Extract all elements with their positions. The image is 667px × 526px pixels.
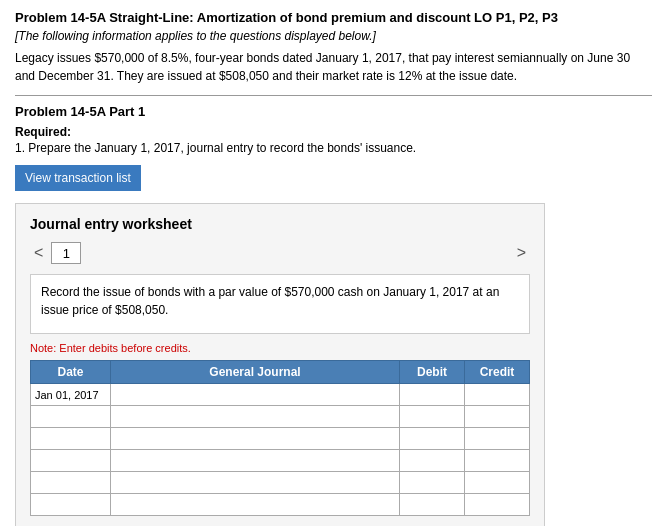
- credit-cell[interactable]: [465, 494, 530, 516]
- debit-cell[interactable]: [400, 384, 465, 406]
- divider: [15, 95, 652, 96]
- journal-cell[interactable]: [111, 450, 400, 472]
- col-debit: Debit: [400, 361, 465, 384]
- table-row: [31, 428, 530, 450]
- debit-cell[interactable]: [400, 450, 465, 472]
- journal-table: Date General Journal Debit Credit Jan 01…: [30, 360, 530, 516]
- date-cell[interactable]: [31, 472, 111, 494]
- nav-left-arrow[interactable]: <: [30, 244, 47, 262]
- view-transaction-button[interactable]: View transaction list: [15, 165, 141, 191]
- col-credit: Credit: [465, 361, 530, 384]
- journal-cell[interactable]: [111, 384, 400, 406]
- part-title: Problem 14-5A Part 1: [15, 104, 652, 119]
- col-general-journal: General Journal: [111, 361, 400, 384]
- date-cell[interactable]: [31, 494, 111, 516]
- description: Legacy issues $570,000 of 8.5%, four-yea…: [15, 49, 652, 85]
- credit-cell[interactable]: [465, 384, 530, 406]
- debit-cell[interactable]: [400, 428, 465, 450]
- table-row: [31, 450, 530, 472]
- journal-entry-worksheet: Journal entry worksheet < 1 > Record the…: [15, 203, 545, 526]
- date-cell[interactable]: [31, 450, 111, 472]
- debit-cell[interactable]: [400, 472, 465, 494]
- nav-right-arrow[interactable]: >: [513, 244, 530, 262]
- date-cell[interactable]: [31, 428, 111, 450]
- col-date: Date: [31, 361, 111, 384]
- journal-cell[interactable]: [111, 428, 400, 450]
- credit-cell[interactable]: [465, 450, 530, 472]
- record-description: Record the issue of bonds with a par val…: [30, 274, 530, 334]
- journal-cell[interactable]: [111, 406, 400, 428]
- debit-cell[interactable]: [400, 494, 465, 516]
- table-row: [31, 472, 530, 494]
- table-row: Jan 01, 2017: [31, 384, 530, 406]
- credit-cell[interactable]: [465, 406, 530, 428]
- debit-cell[interactable]: [400, 406, 465, 428]
- problem-title: Problem 14-5A Straight-Line: Amortizatio…: [15, 10, 652, 25]
- page-number-box: 1: [51, 242, 81, 264]
- date-cell[interactable]: [31, 406, 111, 428]
- nav-row: < 1 >: [30, 242, 530, 264]
- table-row: [31, 494, 530, 516]
- credit-cell[interactable]: [465, 472, 530, 494]
- required-label: Required:: [15, 125, 652, 139]
- italic-note: [The following information applies to th…: [15, 29, 652, 43]
- journal-cell[interactable]: [111, 472, 400, 494]
- journal-cell[interactable]: [111, 494, 400, 516]
- note-text: Note: Enter debits before credits.: [30, 342, 530, 354]
- table-row: [31, 406, 530, 428]
- date-cell[interactable]: Jan 01, 2017: [31, 384, 111, 406]
- credit-cell[interactable]: [465, 428, 530, 450]
- worksheet-title: Journal entry worksheet: [30, 216, 530, 232]
- required-text: 1. Prepare the January 1, 2017, journal …: [15, 141, 652, 155]
